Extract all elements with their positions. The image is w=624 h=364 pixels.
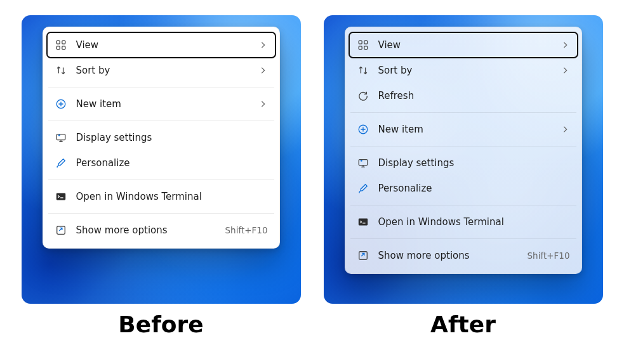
grid-icon [357,39,369,51]
svg-rect-2 [56,46,60,49]
plus-circle-icon [357,123,369,136]
svg-rect-1 [62,41,65,44]
svg-point-15 [360,160,362,162]
menu-item-new[interactable]: New item [349,117,578,142]
after-panel: View Sort by [324,15,603,304]
menu-item-display-settings[interactable]: Display settings [47,125,275,150]
keyboard-shortcut: Shift+F10 [225,225,268,235]
sort-icon [55,64,67,77]
terminal-icon [55,190,67,203]
separator [48,87,274,88]
menu-item-label: New item [378,124,551,135]
comparison-panels: View Sort by [0,0,624,306]
context-menu-after: View Sort by [345,27,582,274]
menu-item-label: New item [76,98,249,110]
chevron-right-icon [258,100,268,108]
keyboard-shortcut: Shift+F10 [528,250,570,261]
menu-item-personalize[interactable]: Personalize [47,150,275,176]
monitor-gear-icon [357,157,369,169]
terminal-icon [357,216,369,228]
sort-icon [357,64,369,77]
caption-before: Before [22,306,301,337]
menu-item-show-more[interactable]: Show more options Shift+F10 [349,243,578,268]
svg-rect-12 [364,46,367,49]
svg-rect-10 [364,41,367,44]
expand-icon [55,224,67,237]
separator [48,179,274,180]
svg-rect-11 [359,46,362,49]
svg-rect-0 [56,41,60,44]
menu-item-label: Personalize [378,183,570,194]
caption-after: After [324,306,603,337]
svg-rect-8 [56,226,65,235]
menu-item-open-terminal[interactable]: Open in Windows Terminal [47,184,275,209]
svg-rect-16 [358,219,367,226]
menu-item-refresh[interactable]: Refresh [349,83,578,108]
menu-item-label: Display settings [378,157,570,169]
menu-item-sort-by[interactable]: Sort by [47,58,275,83]
menu-item-label: Open in Windows Terminal [76,191,268,202]
menu-item-label: View [378,39,551,51]
separator [350,238,576,239]
menu-item-show-more[interactable]: Show more options Shift+F10 [47,218,275,243]
chevron-right-icon [258,41,268,49]
menu-item-display-settings[interactable]: Display settings [349,150,578,176]
menu-item-label: Show more options [378,250,519,261]
menu-item-label: Show more options [76,224,216,236]
separator [48,120,274,121]
separator [350,146,576,146]
chevron-right-icon [560,125,570,134]
refresh-icon [357,89,369,102]
svg-rect-9 [359,41,362,44]
menu-item-view[interactable]: View [47,32,275,58]
chevron-right-icon [560,66,570,75]
menu-item-open-terminal[interactable]: Open in Windows Terminal [349,209,578,235]
before-panel: View Sort by [22,15,301,304]
context-menu-before: View Sort by [43,27,280,249]
menu-item-sort-by[interactable]: Sort by [349,58,578,83]
separator [48,213,274,214]
menu-item-label: Sort by [76,65,249,76]
menu-item-label: View [76,39,249,51]
menu-item-label: Personalize [76,157,268,169]
brush-icon [55,157,67,169]
svg-rect-17 [359,252,367,260]
brush-icon [357,182,369,195]
svg-point-6 [58,134,60,136]
separator [350,205,576,205]
menu-item-label: Display settings [76,132,268,143]
grid-icon [55,39,67,51]
svg-rect-14 [359,160,368,166]
captions-row: Before After [0,306,624,337]
chevron-right-icon [560,41,570,49]
chevron-right-icon [258,66,268,75]
menu-item-view[interactable]: View [349,32,578,58]
menu-item-label: Sort by [378,65,551,76]
svg-rect-5 [56,134,65,140]
svg-rect-7 [56,193,65,200]
plus-circle-icon [55,98,67,110]
menu-item-label: Refresh [378,90,570,101]
expand-icon [357,249,369,262]
separator [350,112,576,113]
menu-item-label: Open in Windows Terminal [378,216,570,228]
monitor-gear-icon [55,131,67,144]
menu-item-personalize[interactable]: Personalize [349,176,578,201]
menu-item-new[interactable]: New item [47,91,275,117]
svg-rect-3 [62,46,65,49]
